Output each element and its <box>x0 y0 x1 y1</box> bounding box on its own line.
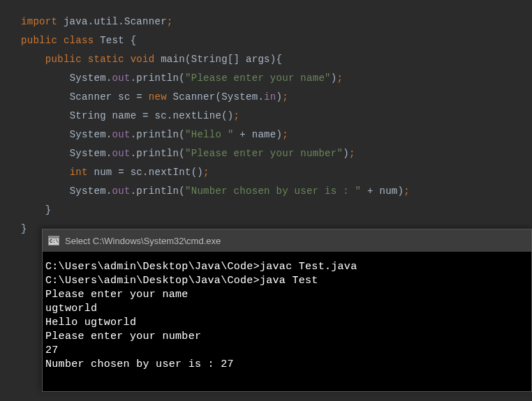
terminal-line: C:\Users\admin\Desktop\Java\Code>java Te… <box>45 274 529 288</box>
terminal-window: C:\ Select C:\Windows\System32\cmd.exe C… <box>42 229 532 392</box>
terminal-titlebar[interactable]: C:\ Select C:\Windows\System32\cmd.exe <box>43 229 531 252</box>
terminal-title: Select C:\Windows\System32\cmd.exe <box>65 236 221 246</box>
terminal-body[interactable]: C:\Users\admin\Desktop\Java\Code>javac T… <box>43 252 531 391</box>
terminal-line: 27 <box>45 344 529 358</box>
code-line: public class Test { <box>21 31 511 50</box>
cmd-icon: C:\ <box>48 236 59 245</box>
code-line: String name = sc.nextLine(); <box>21 107 511 126</box>
code-editor: import java.util.Scanner; public class T… <box>0 0 532 251</box>
terminal-line: C:\Users\admin\Desktop\Java\Code>javac T… <box>45 260 529 274</box>
terminal-line: Please enter your name <box>45 288 529 302</box>
code-line: System.out.println("Number chosen by use… <box>21 182 511 201</box>
code-line: } <box>21 201 511 220</box>
terminal-line: ugtworld <box>45 302 529 316</box>
terminal-line: Number chosen by user is : 27 <box>45 358 529 372</box>
code-line: Scanner sc = new Scanner(System.in); <box>21 88 511 107</box>
code-line: System.out.println("Hello " + name); <box>21 126 511 144</box>
code-line: System.out.println("Please enter your na… <box>21 69 511 88</box>
code-line: System.out.println("Please enter your nu… <box>21 144 511 163</box>
code-line: public static void main(String[] args){ <box>21 50 511 69</box>
terminal-line: Hello ugtworld <box>45 316 529 330</box>
terminal-line: Please enter your number <box>45 330 529 344</box>
code-line: import java.util.Scanner; <box>21 13 511 31</box>
code-line: int num = sc.nextInt(); <box>21 163 511 182</box>
